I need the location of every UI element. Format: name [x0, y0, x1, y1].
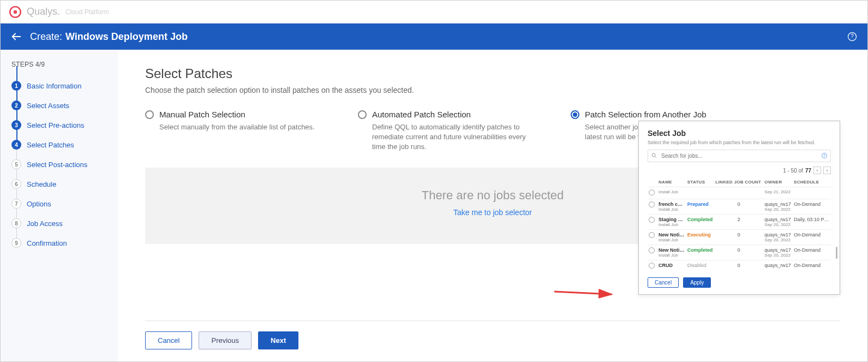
radio-icon: [571, 110, 579, 119]
scrollbar-indicator[interactable]: [836, 247, 837, 259]
step-label: Select Assets: [27, 102, 69, 110]
step-label: Select Patches: [27, 141, 74, 149]
step-3[interactable]: 3Select Pre-actions: [11, 115, 113, 135]
job-row[interactable]: Install JobSep 21, 2022: [648, 187, 831, 199]
row-schedule: On-Demand: [793, 260, 831, 272]
next-button[interactable]: Next: [258, 331, 298, 349]
step-label: Schedule: [27, 180, 56, 188]
select-job-popup: Select Job Select the required job from …: [638, 121, 840, 295]
step-number-icon: 5: [11, 159, 21, 169]
top-bar: Qualys. Cloud Platform: [1, 1, 867, 23]
job-row[interactable]: New Noti…Install JobCompleted0quays_rw17…: [648, 245, 831, 260]
back-arrow-icon[interactable]: [10, 31, 22, 43]
col-owner: OWNER: [763, 177, 793, 187]
row-radio-icon[interactable]: [649, 217, 655, 223]
previous-button[interactable]: Previous: [199, 331, 252, 349]
pager-next-icon[interactable]: ›: [823, 167, 831, 174]
jobs-table: NAME STATUS LINKED JOB COUNT OWNER SCHED…: [648, 177, 831, 272]
row-linked: [714, 187, 763, 199]
step-5[interactable]: 5Select Post-actions: [11, 155, 113, 174]
row-status: Executing: [687, 232, 711, 238]
step-number-icon: 4: [11, 140, 21, 150]
step-6[interactable]: 6Schedule: [11, 174, 113, 194]
step-4[interactable]: 4Select Patches: [11, 135, 113, 155]
row-radio-icon[interactable]: [649, 189, 655, 195]
cancel-button[interactable]: Cancel: [145, 331, 192, 349]
job-row[interactable]: CRUDDisabled0quays_rw17On-Demand: [648, 260, 831, 272]
step-number-icon: 6: [11, 179, 21, 189]
steps-list: 1Basic Information2Select Assets3Select …: [11, 76, 113, 253]
step-label: Options: [27, 200, 51, 208]
row-type: Install Job: [659, 253, 685, 258]
svg-point-5: [652, 153, 655, 157]
pager-prev-icon[interactable]: ‹: [813, 167, 821, 174]
step-label: Select Post-actions: [27, 161, 87, 169]
job-row[interactable]: french c…Install JobPrepared0quays_rw17S…: [648, 199, 831, 215]
brand-name: Qualys.: [27, 6, 60, 17]
row-status: Completed: [687, 217, 713, 222]
row-owner: quays_rw17: [764, 247, 792, 253]
row-radio-icon[interactable]: [649, 232, 655, 238]
step-label: Confirmation: [27, 239, 67, 247]
row-type: Install Job: [659, 189, 685, 194]
header-create-label: Create:: [30, 31, 62, 43]
popup-cancel-button[interactable]: Cancel: [648, 277, 679, 288]
row-status: Disabled: [687, 263, 707, 268]
radio-icon: [145, 110, 154, 119]
patch-option-radio[interactable]: Automated Patch Selection: [358, 110, 538, 119]
steps-header: STEPS 4/9: [11, 61, 113, 68]
row-status: Prepared: [687, 201, 709, 207]
row-linked: 0: [714, 230, 763, 245]
svg-point-1: [14, 10, 17, 14]
step-7[interactable]: 7Options: [11, 194, 113, 213]
step-number-icon: 2: [11, 100, 21, 110]
job-selector-link[interactable]: Take me to job selector: [453, 208, 532, 217]
row-name: french c…: [659, 201, 685, 207]
job-row[interactable]: Staging …Install JobCompleted2quays_rw17…: [648, 215, 831, 230]
row-schedule: On-Demand: [793, 245, 831, 260]
svg-line-6: [655, 157, 657, 158]
radio-title: Patch Selection from Another Job: [585, 110, 707, 119]
row-name: New Noti…: [659, 247, 685, 253]
brand-sub: Cloud Platform: [65, 8, 109, 16]
footer-buttons: Cancel Previous Next: [145, 331, 298, 349]
row-name: New Noti…: [659, 232, 685, 238]
step-number-icon: 7: [11, 199, 21, 209]
row-schedule: On-Demand: [793, 230, 831, 245]
step-8[interactable]: 8Job Access: [11, 213, 113, 233]
step-1[interactable]: 1Basic Information: [11, 76, 113, 96]
radio-title: Manual Patch Selection: [159, 110, 246, 119]
step-label: Select Pre-actions: [27, 121, 85, 129]
radio-title: Automated Patch Selection: [372, 110, 471, 119]
radio-icon: [358, 110, 367, 119]
svg-text:?: ?: [823, 154, 825, 157]
pager: 1 - 50 of 77 ‹ ›: [648, 167, 831, 174]
popup-apply-button[interactable]: Apply: [683, 277, 711, 288]
patch-option-radio[interactable]: Patch Selection from Another Job: [571, 110, 751, 119]
qualys-logo-icon: [8, 5, 22, 19]
step-label: Job Access: [27, 219, 63, 228]
step-2[interactable]: 2Select Assets: [11, 96, 113, 115]
radio-desc: Define QQL to automatically identify pat…: [372, 122, 538, 152]
step-9[interactable]: 9Confirmation: [11, 233, 113, 253]
job-search-input[interactable]: [648, 150, 831, 162]
radio-desc: Select manually from the available list …: [159, 122, 325, 132]
step-number-icon: 8: [11, 218, 21, 228]
header-title: Windows Deployment Job: [65, 31, 188, 43]
patch-option-radio[interactable]: Manual Patch Selection: [145, 110, 325, 119]
step-number-icon: 9: [11, 238, 21, 248]
job-row[interactable]: New Noti…Install JobExecuting0quays_rw17…: [648, 230, 831, 245]
row-radio-icon[interactable]: [649, 201, 655, 207]
help-icon[interactable]: ?: [847, 31, 858, 42]
step-number-icon: 1: [11, 81, 21, 91]
row-linked: 2: [714, 215, 763, 230]
row-owner: quays_rw17: [764, 232, 792, 238]
row-radio-icon[interactable]: [649, 247, 655, 253]
row-schedule: Daily, 03:10 P…: [793, 215, 831, 230]
row-linked: 0: [714, 199, 763, 215]
step-number-icon: 3: [11, 120, 21, 130]
popup-title: Select Job: [648, 129, 831, 138]
pager-total: 77: [805, 168, 811, 174]
search-help-icon[interactable]: ?: [821, 152, 828, 159]
row-radio-icon[interactable]: [649, 263, 655, 269]
